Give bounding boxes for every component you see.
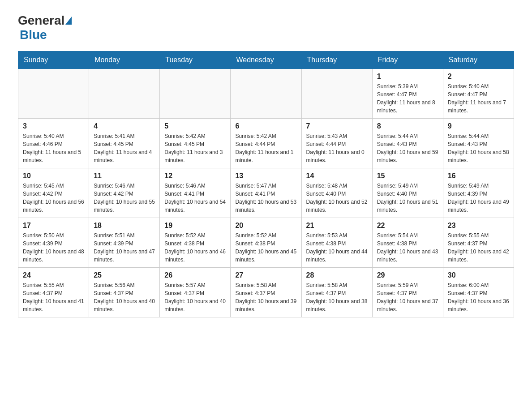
day-info: Sunrise: 5:57 AMSunset: 4:37 PMDaylight:… bbox=[164, 281, 226, 313]
day-number: 19 bbox=[164, 222, 226, 230]
week-row-4: 17Sunrise: 5:50 AMSunset: 4:39 PMDayligh… bbox=[18, 218, 514, 268]
day-info: Sunrise: 5:47 AMSunset: 4:41 PMDaylight:… bbox=[235, 182, 296, 214]
calendar-cell: 18Sunrise: 5:51 AMSunset: 4:39 PMDayligh… bbox=[89, 218, 160, 268]
week-row-5: 24Sunrise: 5:55 AMSunset: 4:37 PMDayligh… bbox=[18, 268, 514, 317]
calendar-cell: 3Sunrise: 5:40 AMSunset: 4:46 PMDaylight… bbox=[18, 119, 89, 168]
day-info: Sunrise: 5:52 AMSunset: 4:38 PMDaylight:… bbox=[164, 231, 226, 264]
calendar-cell: 11Sunrise: 5:46 AMSunset: 4:42 PMDayligh… bbox=[89, 168, 160, 218]
day-info: Sunrise: 5:55 AMSunset: 4:37 PMDaylight:… bbox=[23, 281, 84, 313]
day-info: Sunrise: 5:48 AMSunset: 4:40 PMDaylight:… bbox=[306, 182, 368, 214]
day-number: 8 bbox=[377, 122, 438, 130]
day-info: Sunrise: 5:40 AMSunset: 4:47 PMDaylight:… bbox=[448, 82, 509, 115]
day-number: 18 bbox=[94, 222, 155, 230]
calendar-cell bbox=[301, 69, 372, 119]
day-number: 30 bbox=[448, 271, 509, 279]
calendar-cell: 22Sunrise: 5:54 AMSunset: 4:38 PMDayligh… bbox=[372, 218, 443, 268]
day-info: Sunrise: 5:40 AMSunset: 4:46 PMDaylight:… bbox=[23, 132, 84, 164]
calendar-cell bbox=[231, 69, 301, 119]
calendar-table: SundayMondayTuesdayWednesdayThursdayFrid… bbox=[18, 51, 514, 317]
day-number: 11 bbox=[94, 172, 155, 180]
calendar-cell bbox=[89, 69, 160, 119]
weekday-header-friday: Friday bbox=[372, 51, 443, 69]
day-number: 6 bbox=[235, 122, 296, 130]
day-info: Sunrise: 5:44 AMSunset: 4:43 PMDaylight:… bbox=[377, 132, 438, 164]
day-info: Sunrise: 5:44 AMSunset: 4:43 PMDaylight:… bbox=[448, 132, 509, 164]
calendar-cell: 16Sunrise: 5:49 AMSunset: 4:39 PMDayligh… bbox=[443, 168, 514, 218]
day-info: Sunrise: 5:46 AMSunset: 4:41 PMDaylight:… bbox=[164, 182, 226, 214]
calendar-cell: 4Sunrise: 5:41 AMSunset: 4:45 PMDaylight… bbox=[89, 119, 160, 168]
week-row-3: 10Sunrise: 5:45 AMSunset: 4:42 PMDayligh… bbox=[18, 168, 514, 218]
day-number: 10 bbox=[23, 172, 84, 180]
calendar-cell: 28Sunrise: 5:58 AMSunset: 4:37 PMDayligh… bbox=[301, 268, 372, 317]
calendar-cell: 23Sunrise: 5:55 AMSunset: 4:37 PMDayligh… bbox=[443, 218, 514, 268]
calendar-cell: 6Sunrise: 5:42 AMSunset: 4:44 PMDaylight… bbox=[231, 119, 301, 168]
day-number: 3 bbox=[23, 122, 84, 130]
day-info: Sunrise: 5:39 AMSunset: 4:47 PMDaylight:… bbox=[377, 82, 438, 115]
day-number: 15 bbox=[377, 172, 438, 180]
logo-blue-text: Blue bbox=[20, 28, 47, 42]
day-info: Sunrise: 5:58 AMSunset: 4:37 PMDaylight:… bbox=[235, 281, 296, 313]
calendar-cell: 14Sunrise: 5:48 AMSunset: 4:40 PMDayligh… bbox=[301, 168, 372, 218]
day-info: Sunrise: 5:56 AMSunset: 4:37 PMDaylight:… bbox=[94, 281, 155, 313]
day-number: 12 bbox=[164, 172, 226, 180]
calendar-cell: 10Sunrise: 5:45 AMSunset: 4:42 PMDayligh… bbox=[18, 168, 89, 218]
calendar-cell: 21Sunrise: 5:53 AMSunset: 4:38 PMDayligh… bbox=[301, 218, 372, 268]
day-info: Sunrise: 5:52 AMSunset: 4:38 PMDaylight:… bbox=[235, 231, 296, 264]
logo: General Blue bbox=[18, 13, 73, 42]
logo-triangle-icon bbox=[65, 17, 72, 25]
calendar-cell bbox=[18, 69, 89, 119]
calendar-cell: 27Sunrise: 5:58 AMSunset: 4:37 PMDayligh… bbox=[231, 268, 301, 317]
calendar-cell bbox=[160, 69, 231, 119]
calendar-cell: 17Sunrise: 5:50 AMSunset: 4:39 PMDayligh… bbox=[18, 218, 89, 268]
day-info: Sunrise: 6:00 AMSunset: 4:37 PMDaylight:… bbox=[448, 281, 509, 313]
day-info: Sunrise: 5:55 AMSunset: 4:37 PMDaylight:… bbox=[448, 231, 509, 264]
day-info: Sunrise: 5:43 AMSunset: 4:44 PMDaylight:… bbox=[306, 132, 368, 164]
weekday-header-sunday: Sunday bbox=[18, 51, 89, 69]
calendar-cell: 26Sunrise: 5:57 AMSunset: 4:37 PMDayligh… bbox=[160, 268, 231, 317]
day-number: 16 bbox=[448, 172, 509, 180]
day-number: 7 bbox=[306, 122, 368, 130]
calendar-cell: 1Sunrise: 5:39 AMSunset: 4:47 PMDaylight… bbox=[372, 69, 443, 119]
logo-general-text: General bbox=[18, 13, 64, 28]
day-number: 29 bbox=[377, 271, 438, 279]
day-number: 17 bbox=[23, 222, 84, 230]
calendar-cell: 19Sunrise: 5:52 AMSunset: 4:38 PMDayligh… bbox=[160, 218, 231, 268]
calendar-cell: 29Sunrise: 5:59 AMSunset: 4:37 PMDayligh… bbox=[372, 268, 443, 317]
day-number: 20 bbox=[235, 222, 296, 230]
day-number: 14 bbox=[306, 172, 368, 180]
day-number: 26 bbox=[164, 271, 226, 279]
day-info: Sunrise: 5:46 AMSunset: 4:42 PMDaylight:… bbox=[94, 182, 155, 214]
day-number: 24 bbox=[23, 271, 84, 279]
day-info: Sunrise: 5:59 AMSunset: 4:37 PMDaylight:… bbox=[377, 281, 438, 313]
day-number: 22 bbox=[377, 222, 438, 230]
calendar-cell: 24Sunrise: 5:55 AMSunset: 4:37 PMDayligh… bbox=[18, 268, 89, 317]
day-info: Sunrise: 5:41 AMSunset: 4:45 PMDaylight:… bbox=[94, 132, 155, 164]
day-info: Sunrise: 5:50 AMSunset: 4:39 PMDaylight:… bbox=[23, 231, 84, 264]
day-info: Sunrise: 5:49 AMSunset: 4:40 PMDaylight:… bbox=[377, 182, 438, 214]
day-number: 4 bbox=[94, 122, 155, 130]
day-number: 13 bbox=[235, 172, 296, 180]
day-number: 1 bbox=[377, 73, 438, 81]
day-info: Sunrise: 5:58 AMSunset: 4:37 PMDaylight:… bbox=[306, 281, 368, 313]
day-number: 5 bbox=[164, 122, 226, 130]
day-info: Sunrise: 5:49 AMSunset: 4:39 PMDaylight:… bbox=[448, 182, 509, 214]
day-number: 28 bbox=[306, 271, 368, 279]
day-number: 25 bbox=[94, 271, 155, 279]
calendar-cell: 5Sunrise: 5:42 AMSunset: 4:45 PMDaylight… bbox=[160, 119, 231, 168]
weekday-header-thursday: Thursday bbox=[301, 51, 372, 69]
weekday-header-wednesday: Wednesday bbox=[231, 51, 301, 69]
day-info: Sunrise: 5:51 AMSunset: 4:39 PMDaylight:… bbox=[94, 231, 155, 264]
day-number: 9 bbox=[448, 122, 509, 130]
week-row-2: 3Sunrise: 5:40 AMSunset: 4:46 PMDaylight… bbox=[18, 119, 514, 168]
header: General Blue bbox=[18, 13, 514, 42]
calendar-cell: 25Sunrise: 5:56 AMSunset: 4:37 PMDayligh… bbox=[89, 268, 160, 317]
day-number: 21 bbox=[306, 222, 368, 230]
week-row-1: 1Sunrise: 5:39 AMSunset: 4:47 PMDaylight… bbox=[18, 69, 514, 119]
day-info: Sunrise: 5:42 AMSunset: 4:44 PMDaylight:… bbox=[235, 132, 296, 164]
weekday-header-tuesday: Tuesday bbox=[160, 51, 231, 69]
day-number: 27 bbox=[235, 271, 296, 279]
weekday-header-monday: Monday bbox=[89, 51, 160, 69]
calendar-cell: 15Sunrise: 5:49 AMSunset: 4:40 PMDayligh… bbox=[372, 168, 443, 218]
day-info: Sunrise: 5:54 AMSunset: 4:38 PMDaylight:… bbox=[377, 231, 438, 264]
calendar-cell: 12Sunrise: 5:46 AMSunset: 4:41 PMDayligh… bbox=[160, 168, 231, 218]
